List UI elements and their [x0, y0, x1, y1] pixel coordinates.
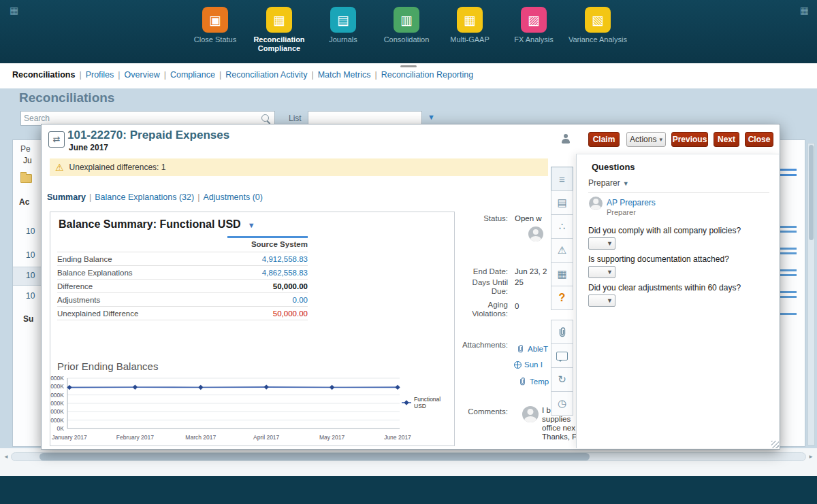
tab-adjustments[interactable]: Adjustments (0): [203, 192, 263, 202]
app-nav-journals[interactable]: ▤ Journals: [310, 7, 376, 44]
resize-grip[interactable]: [771, 441, 779, 448]
splitter-handle[interactable]: [400, 65, 417, 67]
days-until-due-value: 25: [515, 278, 524, 286]
history-icon[interactable]: ◷: [551, 391, 573, 416]
clipped-row-fragment: 10: [26, 271, 35, 280]
question-answer-select[interactable]: ▼: [588, 266, 615, 278]
question-answer-select[interactable]: ▼: [588, 237, 615, 250]
vertical-scrollbar-thumb[interactable]: [809, 145, 814, 240]
nav-link-reconciliation-reporting[interactable]: Reconciliation Reporting: [381, 70, 474, 80]
status-label: Status:: [447, 214, 508, 223]
comment-text-fragment: I b: [542, 406, 551, 414]
apps-grid-icon[interactable]: ▦: [800, 5, 809, 15]
chevron-down-icon: ▼: [607, 297, 613, 304]
clipped-label-fragment: Ju: [23, 156, 32, 165]
scroll-left-arrow-icon[interactable]: ◄: [3, 454, 9, 460]
horizontal-scrollbar-thumb[interactable]: [39, 453, 590, 460]
questions-panel: Questions Preparer▼ AP Preparers Prepare…: [576, 154, 779, 448]
days-until-due-label: Days Until Due:: [460, 278, 508, 296]
nav-link-match-metrics[interactable]: Match Metrics: [318, 70, 371, 80]
app-nav-label: Journals: [310, 35, 376, 44]
app-nav-label: Consolidation: [374, 35, 439, 44]
app-nav-fx-analysis[interactable]: ▨ FX Analysis: [501, 7, 566, 44]
svg-text:5,000K: 5,000K: [50, 383, 64, 390]
table-row: Balance Explanations 4,862,558.83: [57, 266, 308, 280]
end-date-value: Jun 23, 2: [515, 267, 547, 275]
next-button[interactable]: Next: [714, 132, 739, 147]
scroll-right-arrow-icon[interactable]: ►: [808, 454, 814, 460]
attribute-grid-icon[interactable]: ▦: [551, 262, 573, 286]
app-nav-close-status[interactable]: ▣ Close Status: [182, 7, 248, 44]
actions-menu-button[interactable]: Actions▾: [626, 132, 666, 147]
app-nav-label: Variance Analysis: [565, 35, 630, 44]
app-nav-consolidation[interactable]: ▥ Consolidation: [374, 7, 439, 44]
attachment-link[interactable]: AbleT: [516, 344, 548, 353]
clipped-column-fragment: [779, 313, 797, 315]
app-nav-multi-gaap[interactable]: ▦ Multi-GAAP: [437, 7, 502, 44]
column-header: Source System: [57, 240, 308, 248]
search-input[interactable]: [21, 112, 265, 125]
questions-icon[interactable]: ?: [551, 286, 573, 310]
assignee-name-link[interactable]: AP Preparers: [607, 198, 656, 207]
globe-link-icon: [514, 361, 522, 369]
nav-link-profiles[interactable]: Profiles: [86, 70, 114, 80]
svg-text:1,000K: 1,000K: [50, 417, 64, 424]
app-nav-reconciliation-compliance[interactable]: ▦ Reconciliation Compliance: [246, 7, 312, 52]
list-label: List: [289, 114, 302, 123]
ending-balance-link[interactable]: 4,912,558.83: [262, 255, 308, 263]
clipped-column-fragment: [779, 174, 797, 176]
svg-text:0K: 0K: [57, 425, 65, 432]
comments-icon[interactable]: [551, 343, 573, 368]
related-tasks-icon[interactable]: ↻: [551, 367, 573, 392]
properties-icon[interactable]: ▤: [551, 190, 573, 215]
paperclip-icon: [518, 377, 527, 386]
preparer-avatar: [528, 226, 543, 241]
questions-panel-title: Questions: [592, 162, 635, 172]
balance-summary-title: Balance Summary: Functional USD▼: [59, 218, 255, 231]
vertical-scrollbar[interactable]: [807, 143, 815, 446]
fx-analysis-icon: ▨: [521, 7, 547, 33]
nav-link-reconciliation-activity[interactable]: Reconciliation Activity: [225, 70, 307, 80]
summary-view-icon[interactable]: ≡: [551, 167, 573, 191]
tab-summary[interactable]: Summary: [47, 192, 86, 202]
clipped-column-fragment: [779, 291, 797, 293]
svg-text:4,000K: 4,000K: [50, 392, 64, 399]
role-selector[interactable]: Preparer▼: [588, 178, 629, 188]
grid-menu-icon[interactable]: ▦: [10, 5, 18, 15]
close-status-icon: ▣: [202, 7, 228, 33]
adjustments-link[interactable]: 0.00: [293, 296, 308, 304]
close-button[interactable]: Close: [745, 132, 773, 147]
question-answer-select[interactable]: ▼: [588, 295, 615, 307]
nav-link-compliance[interactable]: Compliance: [170, 70, 215, 80]
tab-balance-explanations[interactable]: Balance Explanations (32): [95, 192, 194, 202]
assignee-role: Preparer: [607, 208, 636, 216]
previous-button[interactable]: Previous: [671, 132, 708, 147]
table-row: Unexplained Difference 50,000.00: [57, 307, 308, 320]
assignee-icon[interactable]: [560, 133, 571, 144]
assignee-avatar: [589, 197, 603, 210]
alerts-icon[interactable]: ⚠: [551, 238, 573, 263]
warning-icon: ⚠: [55, 163, 64, 172]
nav-link-reconciliations[interactable]: Reconciliations: [12, 70, 75, 80]
svg-text:January 2017: January 2017: [52, 434, 87, 441]
currency-dropdown-caret[interactable]: ▼: [248, 221, 255, 229]
prior-balances-title: Prior Ending Balances: [57, 360, 158, 372]
list-dropdown-caret[interactable]: ▼: [428, 113, 435, 121]
question-text: Is supporting documentation attached?: [588, 254, 773, 264]
balance-summary-panel: Balance Summary: Functional USD▼ Source …: [50, 212, 455, 446]
column-header-underline: [227, 236, 308, 238]
attachment-link[interactable]: Sun I: [514, 360, 543, 369]
workflow-users-icon[interactable]: ∴: [551, 214, 573, 239]
svg-text:3,000K: 3,000K: [50, 400, 64, 407]
claim-button[interactable]: Claim: [588, 132, 620, 147]
balance-explanations-link[interactable]: 4,862,558.83: [262, 269, 308, 277]
search-icon[interactable]: [261, 114, 269, 122]
chevron-down-icon: ▾: [659, 136, 662, 143]
attachment-link[interactable]: Temp: [518, 377, 549, 386]
svg-text:March 2017: March 2017: [185, 434, 216, 441]
attachments-icon[interactable]: [551, 320, 573, 344]
expand-dialog-icon[interactable]: ⇄: [48, 131, 65, 148]
app-nav-variance-analysis[interactable]: ▧ Variance Analysis: [565, 7, 630, 44]
question-text: Did you comply with all company policies…: [588, 226, 773, 235]
nav-link-overview[interactable]: Overview: [125, 70, 160, 80]
